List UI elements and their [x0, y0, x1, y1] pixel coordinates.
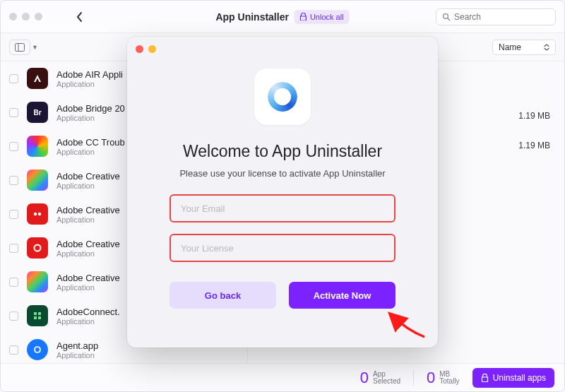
license-field[interactable] — [170, 234, 396, 262]
modal-button-row: Go back Activate Now — [170, 282, 396, 309]
modal-close-icon[interactable] — [136, 45, 143, 53]
modal-heading: Welcome to App Uninstaller — [183, 142, 382, 161]
modal-overlay: Welcome to App Uninstaller Please use yo… — [0, 0, 565, 392]
activation-modal: Welcome to App Uninstaller Please use yo… — [127, 37, 438, 348]
modal-traffic-lights — [136, 45, 156, 53]
go-back-button[interactable]: Go back — [170, 282, 276, 309]
go-back-label: Go back — [205, 290, 241, 301]
activate-now-button[interactable]: Activate Now — [289, 282, 396, 309]
activate-label: Activate Now — [314, 290, 371, 301]
modal-minimize-icon[interactable] — [148, 45, 156, 53]
app-logo-icon — [254, 69, 311, 125]
email-field[interactable] — [170, 194, 396, 222]
modal-subtitle: Please use your license to activate App … — [179, 168, 385, 179]
